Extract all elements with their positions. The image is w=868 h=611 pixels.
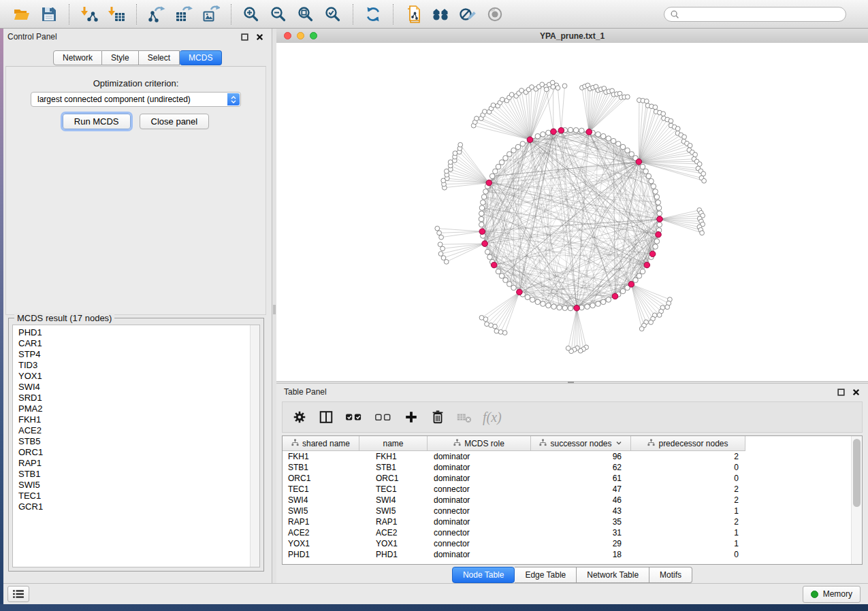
mcds-result-item[interactable]: STP4 [18, 349, 259, 360]
control-panel-tabs: NetworkStyleSelectMCDS [53, 50, 222, 64]
table-cell: dominator [428, 474, 531, 483]
optimization-criterion-select[interactable]: largest connected component (undirected) [31, 92, 241, 107]
maximize-window-icon[interactable] [310, 32, 317, 39]
mcds-result-item[interactable]: YOX1 [18, 371, 259, 382]
mcds-result-item[interactable]: SWI4 [18, 382, 259, 393]
refresh-icon[interactable] [364, 5, 382, 23]
tab-node-table[interactable]: Node Table [452, 567, 515, 583]
save-session-icon[interactable] [40, 5, 58, 23]
tab-network-table[interactable]: Network Table [577, 567, 649, 583]
mcds-result-item[interactable]: PMA2 [18, 403, 259, 414]
vizmapper-icon[interactable] [459, 5, 477, 23]
status-bar: Memory [0, 583, 868, 604]
mcds-list-scrollbar[interactable] [250, 325, 259, 567]
zoom-in-icon[interactable] [242, 5, 260, 23]
mcds-result-item[interactable]: STB1 [18, 469, 259, 480]
mcds-result-item[interactable]: TEC1 [18, 491, 259, 501]
table-cell: 0 [631, 474, 745, 483]
mcds-result-item[interactable]: SRD1 [18, 393, 259, 403]
memory-status-icon [811, 591, 818, 598]
column-header-label: MCDS role [464, 439, 504, 448]
table-cell: ORC1 [283, 474, 359, 483]
toolbar-separator [393, 4, 393, 24]
table-cell: ACE2 [283, 528, 359, 538]
column-header-MCDS-role[interactable]: MCDS role [428, 436, 531, 450]
table-row[interactable]: SWI5SWI5connector431 [283, 506, 852, 516]
tab-edge-table[interactable]: Edge Table [515, 567, 577, 583]
table-row[interactable]: RAP1RAP1dominator352 [283, 516, 852, 527]
table-row[interactable]: SWI4SWI4dominator462 [283, 495, 852, 506]
minimize-window-icon[interactable] [297, 32, 304, 39]
mcds-result-item[interactable]: GCR1 [18, 501, 259, 512]
show-panels-list-button[interactable] [7, 586, 29, 602]
add-column-icon[interactable] [403, 409, 419, 425]
column-type-icon [647, 439, 655, 448]
mcds-result-item[interactable]: FKH1 [18, 414, 259, 425]
network-graph[interactable] [276, 43, 868, 381]
mcds-result-item[interactable]: TID3 [18, 360, 259, 371]
close-panel-icon[interactable] [255, 33, 264, 42]
delete-column-icon[interactable] [430, 409, 446, 425]
select-all-icon[interactable] [344, 409, 364, 425]
split-columns-icon[interactable] [318, 409, 334, 425]
table-row[interactable]: ORC1ORC1dominator610 [283, 473, 852, 484]
zoom-out-icon[interactable] [270, 5, 287, 23]
close-window-icon[interactable] [284, 32, 291, 39]
export-network-icon[interactable] [148, 5, 165, 23]
tab-select[interactable]: Select [139, 50, 180, 65]
column-header-predecessor-nodes[interactable]: predecessor nodes [631, 436, 745, 450]
export-image-icon[interactable] [202, 5, 220, 23]
search-box[interactable] [664, 7, 846, 22]
control-panel: Control Panel NetworkStyleSelectMCDS Opt… [0, 29, 272, 583]
show-graphics-details-icon[interactable] [486, 5, 504, 23]
table-cell: dominator [428, 495, 531, 505]
close-panel-button[interactable]: Close panel [140, 114, 210, 129]
tab-network[interactable]: Network [53, 50, 102, 65]
mcds-result-item[interactable]: CAR1 [18, 338, 259, 349]
mcds-result-item[interactable]: SWI5 [18, 480, 259, 491]
close-panel-icon[interactable] [852, 388, 861, 397]
memory-button[interactable]: Memory [803, 586, 861, 603]
network-window-titlebar[interactable]: YPA_prune.txt_1 [276, 29, 868, 44]
table-cell: STB1 [359, 463, 428, 472]
mcds-result-item[interactable]: PHD1 [18, 327, 259, 338]
export-table-icon[interactable] [175, 5, 193, 23]
main-toolbar [0, 0, 868, 29]
control-panel-header: Control Panel [0, 29, 272, 45]
search-input[interactable] [679, 9, 840, 20]
table-cell: 1 [631, 539, 745, 548]
table-row[interactable]: PHD1PHD1dominator180 [283, 549, 852, 560]
column-header-successor-nodes[interactable]: successor nodes [531, 436, 631, 450]
share-document-icon[interactable] [404, 5, 422, 23]
import-network-icon[interactable] [80, 5, 98, 23]
open-session-icon[interactable] [13, 5, 31, 23]
table-scrollbar[interactable] [851, 436, 862, 564]
mcds-result-item[interactable]: STB5 [18, 436, 259, 447]
table-cell: 2 [631, 517, 745, 527]
float-panel-icon[interactable] [837, 388, 846, 397]
column-header-name[interactable]: name [359, 436, 428, 450]
table-row[interactable]: YOX1YOX1connector291 [283, 538, 852, 549]
tab-mcds[interactable]: MCDS [180, 50, 222, 65]
column-header-shared-name[interactable]: shared name [283, 436, 359, 450]
import-table-icon[interactable] [108, 5, 125, 23]
mcds-result-item[interactable]: RAP1 [18, 458, 259, 469]
tab-style[interactable]: Style [102, 50, 139, 65]
zoom-selected-icon[interactable] [324, 5, 342, 23]
tab-motifs[interactable]: Motifs [649, 567, 692, 583]
mcds-result-item[interactable]: ACE2 [18, 425, 259, 436]
table-scrollbar-thumb[interactable] [853, 439, 861, 507]
settings-gear-icon[interactable] [291, 409, 308, 425]
table-row[interactable]: ACE2ACE2connector311 [283, 527, 852, 538]
run-mcds-button[interactable]: Run MCDS [63, 114, 131, 129]
mcds-result-list[interactable]: PHD1CAR1STP4TID3YOX1SWI4SRD1PMA2FKH1ACE2… [12, 325, 260, 567]
network-overview-icon[interactable] [432, 5, 449, 23]
mcds-result-item[interactable]: ORC1 [18, 447, 259, 458]
table-row[interactable]: FKH1FKH1dominator962 [283, 451, 852, 462]
zoom-fit-icon[interactable] [297, 5, 315, 23]
table-row[interactable]: TEC1TEC1connector472 [283, 484, 852, 495]
table-row[interactable]: STB1STB1dominator620 [283, 462, 852, 473]
deselect-all-icon[interactable] [374, 409, 393, 425]
float-panel-icon[interactable] [240, 33, 249, 42]
network-canvas[interactable] [276, 43, 868, 381]
